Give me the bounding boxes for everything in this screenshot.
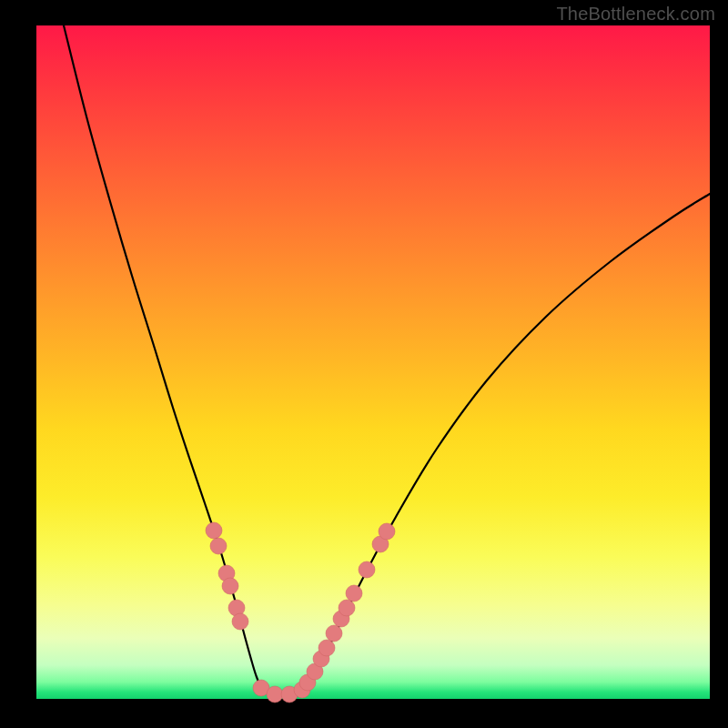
bead-point xyxy=(379,523,395,540)
bead-point xyxy=(222,578,238,594)
watermark-text: TheBottleneck.com xyxy=(556,4,715,25)
bead-point xyxy=(206,522,222,539)
bead-point xyxy=(326,625,342,642)
plot-area xyxy=(36,25,710,699)
bead-point xyxy=(346,585,362,602)
curve-svg xyxy=(36,25,710,699)
bead-point xyxy=(318,640,335,656)
bead-point xyxy=(339,600,355,616)
curve-right-branch xyxy=(300,194,710,692)
chart-frame: TheBottleneck.com xyxy=(0,0,728,728)
bead-group xyxy=(206,522,395,703)
bead-point xyxy=(210,538,227,554)
bead-point xyxy=(232,613,248,630)
bead-point xyxy=(267,686,283,703)
bead-point xyxy=(359,561,375,578)
